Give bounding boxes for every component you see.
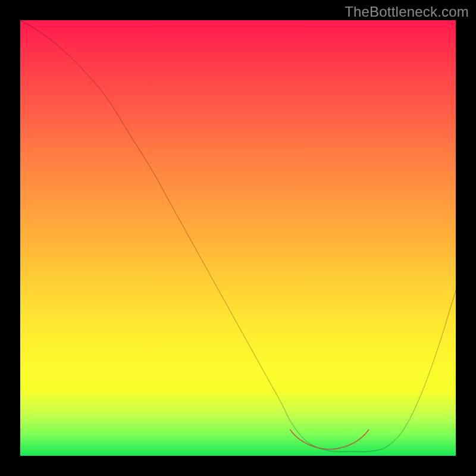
optimal-range-dashed bbox=[290, 430, 369, 449]
curve-svg bbox=[20, 20, 456, 456]
chart-frame: TheBottleneck.com bbox=[0, 0, 476, 476]
bottleneck-curve bbox=[20, 20, 456, 452]
watermark-text: TheBottleneck.com bbox=[345, 4, 469, 20]
plot-area bbox=[20, 20, 456, 456]
